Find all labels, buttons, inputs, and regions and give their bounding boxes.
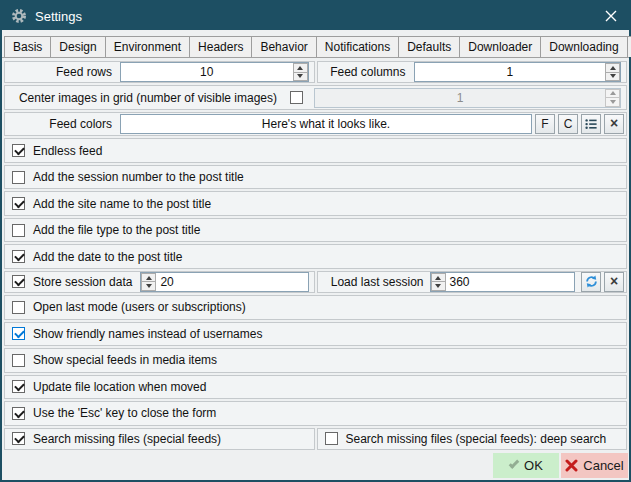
- friendly-names-label: Show friendly names instead of usernames: [33, 327, 262, 341]
- option-row-endless-feed: Endless feed: [4, 138, 627, 162]
- store-session-spinner[interactable]: 20: [140, 272, 308, 292]
- session-number-label: Add the session number to the post title: [33, 170, 244, 184]
- endless-feed-label: Endless feed: [33, 144, 102, 158]
- color-button[interactable]: C: [558, 114, 578, 134]
- tab-bar: Basis Design Environment Headers Behavio…: [2, 30, 629, 57]
- tab-headers[interactable]: Headers: [189, 36, 252, 57]
- feed-columns-value[interactable]: 1: [415, 63, 606, 81]
- option-row-date: Add the date to the post title: [4, 244, 627, 268]
- clear-x-icon: ×: [610, 116, 618, 130]
- titlebar[interactable]: Settings: [2, 2, 629, 30]
- file-type-label: Add the file type to the post title: [33, 223, 200, 237]
- feed-columns-group: Feed columns 1: [317, 61, 628, 83]
- color-list-button[interactable]: [581, 114, 601, 134]
- settings-window: Settings Basis Design Environment Header…: [0, 0, 631, 482]
- gear-icon: [11, 8, 27, 24]
- option-row-open-last-mode: Open last mode (users or subscriptions): [4, 295, 627, 319]
- load-session-down-button[interactable]: [431, 281, 446, 291]
- tab-channels[interactable]: Channels: [627, 36, 631, 57]
- tab-notifications[interactable]: Notifications: [316, 36, 399, 57]
- clear-session-x-icon: ×: [610, 274, 618, 288]
- open-last-mode-label: Open last mode (users or subscriptions): [33, 300, 246, 314]
- option-row-friendly-names: Show friendly names instead of usernames: [4, 322, 627, 346]
- tab-environment[interactable]: Environment: [105, 36, 190, 57]
- option-row-site-name: Add the site name to the post title: [4, 191, 627, 215]
- visible-images-down-button: [605, 97, 620, 107]
- tab-behavior[interactable]: Behavior: [251, 36, 316, 57]
- deep-search-checkbox[interactable]: [325, 432, 338, 445]
- font-button[interactable]: F: [535, 114, 555, 134]
- center-images-label: Center images in grid (number of visible…: [7, 91, 277, 105]
- list-icon: [585, 118, 597, 130]
- friendly-names-checkbox[interactable]: [12, 327, 25, 340]
- store-session-down-button[interactable]: [141, 281, 156, 291]
- feed-colors-preview[interactable]: Here's what it looks like.: [120, 114, 532, 134]
- store-session-value[interactable]: 20: [156, 273, 307, 291]
- option-row-update-location: Update file location when moved: [4, 375, 627, 399]
- feed-colors-label: Feed colors: [7, 117, 112, 131]
- special-feeds-label: Show special feeds in media items: [33, 353, 217, 367]
- tab-design[interactable]: Design: [50, 36, 105, 57]
- feed-rows-label: Feed rows: [7, 65, 112, 79]
- load-session-spinner[interactable]: 360: [430, 272, 576, 292]
- visible-images-value: 1: [315, 89, 605, 107]
- file-type-checkbox[interactable]: [12, 224, 25, 237]
- esc-key-checkbox[interactable]: [12, 407, 25, 420]
- esc-key-label: Use the 'Esc' key to close the form: [33, 406, 216, 420]
- dialog-footer: OK Cancel: [2, 452, 629, 480]
- search-missing-checkbox[interactable]: [12, 432, 25, 445]
- update-location-label: Update file location when moved: [33, 380, 206, 394]
- option-row-file-type: Add the file type to the post title: [4, 218, 627, 242]
- feed-rows-spinner[interactable]: 10: [120, 62, 309, 82]
- center-images-row: Center images in grid (number of visible…: [4, 85, 627, 109]
- endless-feed-checkbox[interactable]: [12, 144, 25, 157]
- load-session-value[interactable]: 360: [446, 273, 575, 291]
- feed-columns-label: Feed columns: [320, 65, 406, 79]
- session-number-checkbox[interactable]: [12, 171, 25, 184]
- site-name-checkbox[interactable]: [12, 197, 25, 210]
- ok-check-icon: [509, 458, 520, 469]
- ok-button[interactable]: OK: [493, 453, 559, 478]
- feed-colors-row: Feed colors Here's what it looks like. F…: [4, 112, 627, 136]
- center-images-checkbox[interactable]: [290, 91, 303, 104]
- store-session-checkbox[interactable]: [12, 275, 25, 288]
- cancel-button-label: Cancel: [583, 458, 623, 473]
- refresh-icon: [585, 275, 598, 288]
- tab-basis[interactable]: Basis: [4, 36, 51, 57]
- clear-session-button[interactable]: ×: [604, 272, 624, 292]
- store-session-label: Store session data: [33, 275, 132, 289]
- reload-session-button[interactable]: [581, 272, 601, 292]
- date-label: Add the date to the post title: [33, 250, 182, 264]
- ok-button-label: OK: [524, 458, 543, 473]
- search-missing-label: Search missing files (special feeds): [33, 432, 221, 446]
- tab-downloading[interactable]: Downloading: [540, 36, 627, 57]
- feed-rows-down-button[interactable]: [293, 72, 308, 82]
- tab-downloader[interactable]: Downloader: [459, 36, 541, 57]
- tab-defaults[interactable]: Defaults: [398, 36, 460, 57]
- deep-search-label: Search missing files (special feeds): de…: [346, 432, 607, 446]
- search-missing-group: Search missing files (special feeds): [4, 428, 315, 450]
- option-row-session-number: Add the session number to the post title: [4, 165, 627, 189]
- special-feeds-checkbox[interactable]: [12, 354, 25, 367]
- close-icon[interactable]: [603, 8, 619, 24]
- feed-tab-page: Feed rows 10 Feed columns 1: [2, 57, 629, 452]
- load-session-label: Load last session: [320, 275, 424, 289]
- cancel-button[interactable]: Cancel: [561, 453, 628, 478]
- site-name-label: Add the site name to the post title: [33, 197, 211, 211]
- clear-colors-button[interactable]: ×: [604, 114, 624, 134]
- option-row-special-feeds: Show special feeds in media items: [4, 348, 627, 372]
- load-session-group: Load last session 360 ×: [317, 271, 628, 293]
- window-title: Settings: [35, 9, 82, 24]
- cancel-x-icon: [565, 459, 578, 472]
- open-last-mode-checkbox[interactable]: [12, 301, 25, 314]
- visible-images-spinner: 1: [314, 88, 621, 108]
- feed-rows-value[interactable]: 10: [121, 63, 293, 81]
- feed-columns-down-button[interactable]: [605, 72, 620, 82]
- date-checkbox[interactable]: [12, 250, 25, 263]
- feed-rows-group: Feed rows 10: [4, 61, 315, 83]
- option-row-esc-key: Use the 'Esc' key to close the form: [4, 401, 627, 425]
- feed-columns-spinner[interactable]: 1: [414, 62, 622, 82]
- update-location-checkbox[interactable]: [12, 380, 25, 393]
- store-session-group: Store session data 20: [4, 271, 315, 293]
- deep-search-group: Search missing files (special feeds): de…: [317, 428, 628, 450]
